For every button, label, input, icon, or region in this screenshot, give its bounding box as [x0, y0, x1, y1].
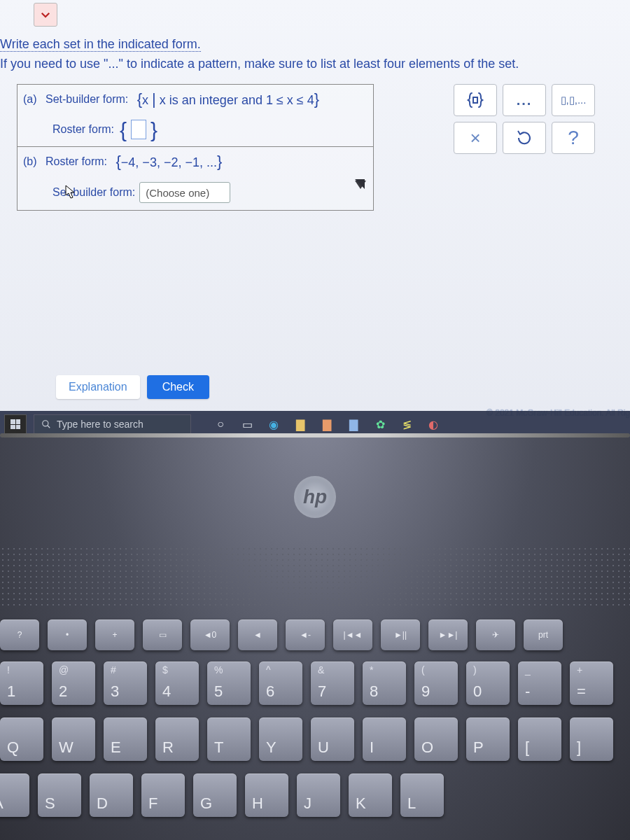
start-button[interactable]	[4, 414, 27, 434]
keyboard-key: F	[141, 774, 185, 817]
keyboard-key: W	[52, 718, 95, 761]
keyboard-key: @2	[52, 662, 95, 705]
keyboard-fn-row: ?•+▭◄0◄◄-|◄◄►||►►|✈prt	[0, 620, 563, 650]
keyboard-key: $4	[155, 662, 199, 705]
store-icon[interactable]: ▇	[318, 416, 335, 433]
taskbar-search[interactable]: Type here to search	[34, 414, 191, 434]
app-icon-2[interactable]: ◐	[425, 416, 442, 433]
question-icon: ?	[568, 127, 579, 149]
keyboard-key: #3	[104, 662, 147, 705]
top-dropdown[interactable]	[34, 3, 57, 27]
task-view-icon[interactable]: ▭	[239, 416, 255, 433]
roster-input[interactable]: { }	[120, 120, 158, 139]
part-b-expression: {−4, −3, −2, −1, ...}	[115, 153, 222, 171]
keyboard-key: ^6	[259, 662, 302, 705]
part-b-title: Roster form:	[46, 155, 107, 168]
keyboard-key: R	[155, 718, 199, 761]
keyboard-key: D	[90, 774, 133, 817]
keyboard-key: +=	[570, 662, 613, 705]
dropdown-corner-icon[interactable]	[355, 181, 366, 189]
keyboard-q-row: QWERTYUIOP[]	[0, 718, 613, 761]
keyboard-key: _-	[518, 662, 561, 705]
setbuilder-choose-dropdown[interactable]: (Choose one)	[139, 182, 230, 203]
keyboard-key: U	[311, 718, 354, 761]
keyboard-key: prt	[524, 620, 563, 650]
settings-icon[interactable]: ✿	[372, 416, 388, 433]
ellipsis-icon: ...	[517, 92, 533, 108]
app-icon-1[interactable]: ≶	[398, 416, 415, 433]
instructions-text: Write each set in the indicated form. If…	[0, 35, 623, 74]
screen-hinge-bar	[0, 433, 630, 438]
tool-help[interactable]: ?	[552, 122, 595, 154]
part-a-title: Set-builder form:	[46, 93, 128, 106]
roster-input-box[interactable]	[131, 120, 146, 139]
tool-set-brackets[interactable]	[454, 84, 497, 116]
part-a-header: (a) Set-builder form: {x | x is an integ…	[18, 85, 373, 114]
part-b-header: (b) Roster form: {−4, −3, −2, −1, ...}	[18, 147, 373, 176]
edge-icon[interactable]: ◉	[265, 416, 282, 433]
tool-clear[interactable]: ×	[454, 122, 497, 154]
part-b-builder-row: Set-builder form: (Choose one)	[18, 176, 373, 210]
part-a-roster-row: Roster form: { }	[18, 114, 373, 146]
set-brackets-icon	[465, 90, 485, 110]
instruction-line1: Write each set in the indicated form.	[0, 37, 201, 51]
keyboard-key: G	[193, 774, 237, 817]
keyboard-key: Y	[259, 718, 302, 761]
x-icon: ×	[470, 127, 480, 149]
windows-logo-icon	[10, 419, 20, 429]
action-buttons: Explanation Check	[56, 375, 209, 399]
search-placeholder: Type here to search	[57, 419, 144, 430]
keyboard-key: ?	[0, 620, 39, 650]
choose-placeholder: (Choose one)	[146, 187, 209, 199]
keyboard-key: E	[104, 718, 147, 761]
keyboard-key: ►►|	[428, 620, 468, 650]
keyboard-key: ◄	[238, 620, 277, 650]
keyboard-key: L	[400, 774, 444, 817]
keyboard-key: |◄◄	[333, 620, 372, 650]
cortana-icon[interactable]: ○	[212, 416, 229, 433]
laptop-base: hp ?•+▭◄0◄◄-|◄◄►||►►|✈prt !1@2#3$4%5^6&7…	[0, 438, 630, 840]
tool-panel: ... ▯,▯,... × ?	[454, 84, 595, 154]
instruction-line2: If you need to use "..." to indicate a p…	[0, 57, 519, 71]
keyboard-key: ✈	[476, 620, 515, 650]
keyboard-key: +	[95, 620, 134, 650]
keyboard-key: P	[466, 718, 510, 761]
problem-frame: (a) Set-builder form: {x | x is an integ…	[17, 84, 374, 211]
mail-icon[interactable]: ▇	[345, 416, 362, 433]
keyboard-key: K	[349, 774, 392, 817]
keyboard-key: ◄0	[190, 620, 230, 650]
reset-icon	[515, 129, 533, 147]
keyboard-key: S	[38, 774, 81, 817]
keyboard-key: Q	[0, 718, 43, 761]
keyboard-key: !1	[0, 662, 43, 705]
svg-rect-1	[473, 97, 477, 103]
svg-line-3	[48, 426, 50, 428]
tool-reset[interactable]	[503, 122, 546, 154]
tool-list-pattern[interactable]: ▯,▯,...	[552, 84, 595, 116]
roster-form-label: Roster form:	[52, 123, 114, 136]
keyboard-key: (9	[414, 662, 458, 705]
keyboard-key: *8	[363, 662, 406, 705]
check-button[interactable]: Check	[147, 375, 209, 399]
svg-point-2	[43, 421, 48, 426]
keyboard-key: J	[297, 774, 340, 817]
keyboard-key: ►||	[381, 620, 420, 650]
tool-ellipsis[interactable]: ...	[503, 84, 546, 116]
explanation-button[interactable]: Explanation	[56, 375, 140, 399]
keyboard-key: ]	[570, 718, 613, 761]
search-icon	[41, 419, 51, 429]
file-explorer-icon[interactable]: ▇	[292, 416, 309, 433]
keyboard-key: O	[414, 718, 458, 761]
keyboard-key: T	[207, 718, 251, 761]
pattern-icon: ▯,▯,...	[561, 94, 587, 106]
keyboard-key: I	[363, 718, 406, 761]
hp-logo: hp	[294, 476, 336, 518]
keyboard-key: H	[245, 774, 288, 817]
keyboard-key: )0	[466, 662, 510, 705]
chevron-down-icon	[39, 8, 52, 21]
taskbar-icons: ○ ▭ ◉ ▇ ▇ ▇ ✿ ≶ ◐	[198, 416, 442, 433]
mouse-cursor-icon	[65, 185, 76, 200]
svg-marker-0	[355, 179, 365, 189]
keyboard-key: &7	[311, 662, 354, 705]
part-a-label: (a)	[23, 93, 37, 106]
